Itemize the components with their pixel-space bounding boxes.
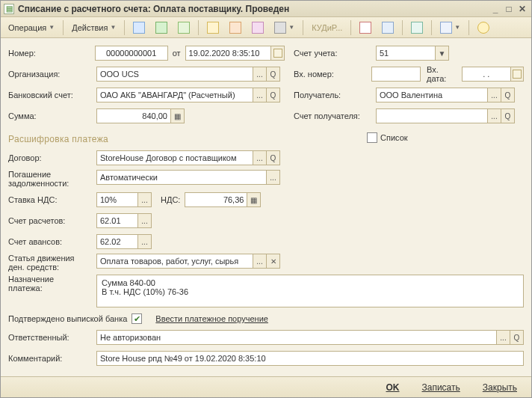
select-button[interactable]: ... bbox=[488, 108, 501, 123]
save-post-button[interactable] bbox=[129, 19, 149, 36]
repay-input[interactable]: Автоматически bbox=[96, 170, 267, 185]
select-button[interactable]: ... bbox=[253, 150, 267, 165]
open-button[interactable]: Q bbox=[267, 150, 280, 165]
select-button[interactable]: ... bbox=[267, 170, 280, 185]
recipient-input[interactable]: ООО Валентина bbox=[376, 88, 488, 102]
select-button[interactable]: ... bbox=[138, 192, 152, 207]
ot-label: от bbox=[173, 49, 181, 58]
settle-label: Счет расчетов: bbox=[8, 216, 96, 225]
footer: OK Записать Закрыть bbox=[1, 376, 531, 397]
write-button[interactable]: Записать bbox=[414, 380, 468, 395]
refresh-button[interactable] bbox=[173, 19, 194, 36]
check-icon bbox=[440, 22, 452, 34]
app-icon bbox=[4, 4, 14, 14]
contract-input[interactable]: StoreHouse Договор с поставщиком bbox=[96, 150, 253, 165]
open-button[interactable]: Q bbox=[267, 67, 280, 82]
bank-input[interactable]: ОАО АКБ "АВАНГАРД" (Расчетный) bbox=[96, 88, 253, 102]
doc1-button[interactable] bbox=[202, 19, 223, 36]
form-body: Номер: 00000000001 от 19.02.2020 8:35:10… bbox=[1, 38, 531, 376]
close-button[interactable]: ✕ bbox=[516, 4, 528, 14]
chevron-down-icon: ▼ bbox=[49, 24, 55, 31]
sum-input[interactable]: 840,00 bbox=[96, 108, 171, 123]
advance-label: Счет авансов: bbox=[8, 237, 96, 246]
section-title: Расшифровка платежа bbox=[8, 134, 367, 144]
dtkt-button[interactable] bbox=[355, 19, 376, 36]
org-input[interactable]: ООО UCS bbox=[96, 67, 253, 82]
open-button[interactable]: Q bbox=[267, 88, 280, 102]
bank-confirm-label: Подтверждено выпиской банка bbox=[8, 314, 127, 323]
minimize-button[interactable]: _ bbox=[489, 4, 501, 14]
bank-label: Банковский счет: bbox=[8, 91, 96, 100]
calc-button[interactable]: ▦ bbox=[171, 108, 185, 123]
purpose-label: Назначениеплатежа: bbox=[8, 275, 96, 293]
separator bbox=[350, 20, 351, 35]
maximize-button[interactable]: □ bbox=[503, 4, 515, 14]
operation-menu[interactable]: Операция ▼ bbox=[4, 19, 59, 36]
cfg-icon bbox=[411, 22, 423, 34]
vatrate-label: Ставка НДС: bbox=[8, 195, 96, 204]
kudir-button[interactable]: КУДиР... bbox=[307, 19, 347, 36]
list-checkbox[interactable] bbox=[367, 132, 377, 143]
calc-button[interactable]: ▦ bbox=[247, 192, 261, 207]
select-button[interactable]: ... bbox=[253, 67, 267, 82]
vatrate-input[interactable]: 10% bbox=[96, 192, 138, 207]
settle-input[interactable]: 62.01 bbox=[96, 213, 138, 228]
post-button[interactable] bbox=[151, 19, 172, 36]
select-button[interactable]: ... bbox=[497, 330, 510, 345]
calendar-button[interactable] bbox=[511, 67, 524, 82]
extnum-input[interactable] bbox=[371, 67, 421, 82]
comment-input[interactable]: Store House рпд №49 от 19.02.2020 8:35:1… bbox=[96, 351, 524, 366]
extdate-label: Вх. дата: bbox=[427, 65, 459, 83]
separator bbox=[468, 20, 469, 35]
separator bbox=[198, 20, 199, 35]
advance-input[interactable]: 62.02 bbox=[96, 234, 138, 249]
date-input[interactable]: 19.02.2020 8:35:10 bbox=[185, 46, 272, 61]
bank-confirm-checkbox[interactable] bbox=[132, 313, 142, 324]
doc3-button[interactable] bbox=[247, 19, 268, 36]
recacct-label: Счет получателя: bbox=[294, 111, 376, 120]
calendar-icon bbox=[273, 49, 282, 58]
resp-input[interactable]: Не авторизован bbox=[96, 330, 497, 345]
help-button[interactable] bbox=[473, 19, 494, 36]
recacct-input[interactable] bbox=[376, 108, 488, 123]
dropdown-button[interactable]: ▼ bbox=[436, 46, 449, 61]
cfg-button[interactable] bbox=[406, 19, 427, 36]
separator bbox=[431, 20, 432, 35]
doc-icon bbox=[229, 22, 241, 34]
ok-button[interactable]: OK bbox=[378, 380, 408, 395]
open-button[interactable]: Q bbox=[510, 330, 524, 345]
chevron-down-icon: ▼ bbox=[110, 24, 116, 31]
number-input[interactable]: 00000000001 bbox=[95, 46, 168, 61]
enter-payment-order-link[interactable]: Ввести платежное поручение bbox=[155, 314, 268, 323]
purpose-input[interactable]: Сумма 840-00 В т.ч. НДС (10%) 76-36 bbox=[96, 275, 524, 307]
struct-icon bbox=[274, 22, 286, 34]
vat-input[interactable]: 76,36 bbox=[185, 192, 247, 207]
actions-label: Действия bbox=[72, 23, 108, 32]
select-button[interactable]: ... bbox=[253, 88, 267, 102]
table-button[interactable] bbox=[377, 19, 398, 36]
flow-input[interactable]: Оплата товаров, работ, услуг, сырья bbox=[96, 254, 253, 269]
select-button[interactable]: ... bbox=[138, 213, 152, 228]
comment-label: Комментарий: bbox=[8, 354, 96, 363]
select-button[interactable]: ... bbox=[253, 254, 267, 269]
calendar-icon bbox=[513, 70, 522, 79]
close-button[interactable]: Закрыть bbox=[474, 380, 525, 395]
account-label: Счет учета: bbox=[294, 49, 376, 58]
extdate-input[interactable]: . . bbox=[462, 67, 511, 82]
separator bbox=[124, 20, 125, 35]
check-button[interactable]: ▼ bbox=[436, 19, 465, 36]
account-input[interactable]: 51 bbox=[376, 46, 436, 61]
open-button[interactable]: Q bbox=[501, 108, 515, 123]
clear-button[interactable]: ✕ bbox=[267, 254, 280, 269]
separator bbox=[402, 20, 403, 35]
doc2-button[interactable] bbox=[225, 19, 246, 36]
select-button[interactable]: ... bbox=[138, 234, 152, 249]
select-button[interactable]: ... bbox=[488, 88, 501, 102]
calendar-button[interactable] bbox=[271, 46, 285, 61]
org-label: Организация: bbox=[8, 70, 96, 79]
struct-button[interactable]: ▼ bbox=[270, 19, 299, 36]
contract-label: Договор: bbox=[8, 153, 96, 162]
actions-menu[interactable]: Действия ▼ bbox=[67, 19, 120, 36]
open-button[interactable]: Q bbox=[501, 88, 515, 102]
resp-label: Ответственный: bbox=[8, 333, 96, 342]
